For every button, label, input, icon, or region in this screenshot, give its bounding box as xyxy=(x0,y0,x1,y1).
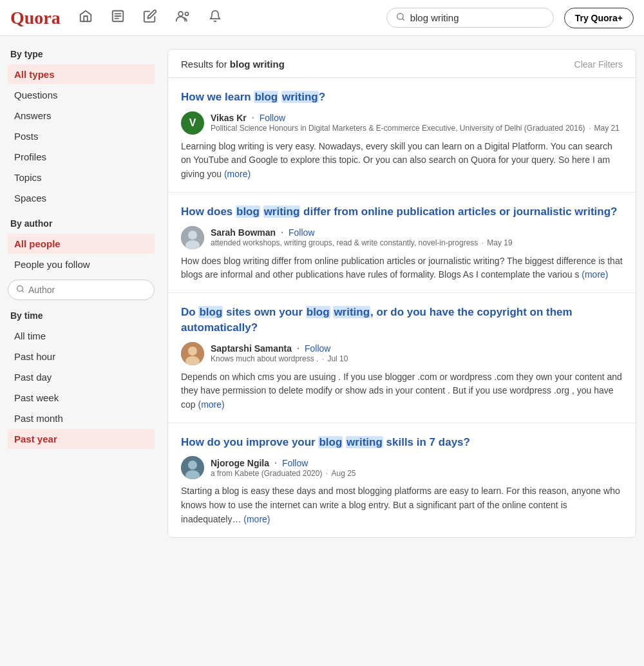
sidebar-item-questions[interactable]: Questions xyxy=(8,85,155,105)
highlight: writing xyxy=(346,436,383,448)
sidebar-item-past-week[interactable]: Past week xyxy=(8,388,155,408)
result-question[interactable]: How does blog writing differ from online… xyxy=(181,204,623,220)
author-info: Vikas Kr · Follow Political Science Hono… xyxy=(211,113,623,133)
author-search-input[interactable] xyxy=(28,285,146,295)
results-header: Results for blog writing Clear Filters xyxy=(168,50,636,78)
highlight: blog xyxy=(198,306,223,318)
avatar: V xyxy=(181,111,204,135)
result-snippet: Starting a blog is easy these days and m… xyxy=(181,484,623,526)
author-name-row: Saptarshi Samanta · Follow xyxy=(211,343,623,354)
highlight: blog xyxy=(236,205,260,218)
more-link[interactable]: (more) xyxy=(224,169,251,179)
result-snippet: Depends on which cms you are usuing . If… xyxy=(181,370,623,412)
home-icon[interactable] xyxy=(76,6,95,30)
author-name: Sarah Bowman xyxy=(211,227,276,238)
result-card: How do you improve your blog writing ski… xyxy=(168,423,636,537)
result-question[interactable]: How we learn blog writing? xyxy=(181,90,623,105)
result-snippet: How does blog writing differ from online… xyxy=(181,254,623,282)
author-row: Sarah Bowman · Follow attended workshops… xyxy=(181,226,623,249)
highlight: blog xyxy=(254,91,278,103)
more-link[interactable]: (more) xyxy=(243,514,270,524)
sidebar: By type All types Questions Answers Post… xyxy=(8,49,155,538)
sidebar-item-topics[interactable]: Topics xyxy=(8,167,155,187)
author-name: Saptarshi Samanta xyxy=(211,343,292,354)
svg-point-11 xyxy=(188,231,197,240)
try-quora-button[interactable]: Try Quora+ xyxy=(564,8,634,28)
author-name: Vikas Kr xyxy=(211,113,247,123)
search-bar[interactable] xyxy=(386,8,554,28)
svg-point-5 xyxy=(185,12,188,15)
search-input[interactable] xyxy=(410,12,544,23)
by-author-label: By author xyxy=(8,218,155,229)
logo[interactable]: Quora xyxy=(10,8,61,28)
svg-point-4 xyxy=(178,12,183,16)
follow-button[interactable]: Follow xyxy=(289,227,314,238)
avatar-placeholder xyxy=(181,226,204,249)
author-info: Saptarshi Samanta · Follow Knows much ab… xyxy=(211,343,623,363)
header: Quora xyxy=(0,0,644,36)
author-name-row: Vikas Kr · Follow xyxy=(211,113,623,123)
author-search-icon xyxy=(16,284,24,296)
sidebar-item-answers[interactable]: Answers xyxy=(8,106,155,126)
author-info: Njoroge Ngila · Follow a from Kabete (Gr… xyxy=(211,458,623,478)
author-row: Saptarshi Samanta · Follow Knows much ab… xyxy=(181,342,623,365)
author-info: Sarah Bowman · Follow attended workshops… xyxy=(211,227,623,247)
sidebar-item-spaces[interactable]: Spaces xyxy=(8,188,155,208)
author-search-bar[interactable] xyxy=(8,280,155,300)
list-icon[interactable] xyxy=(108,6,128,30)
svg-line-7 xyxy=(402,19,404,21)
author-name-row: Sarah Bowman · Follow xyxy=(211,227,623,238)
avatar-placeholder xyxy=(181,456,204,479)
sidebar-item-posts[interactable]: Posts xyxy=(8,126,155,146)
author-bio: attended workshops, writing groups, read… xyxy=(211,238,623,247)
bell-icon[interactable] xyxy=(206,6,224,30)
follow-button[interactable]: Follow xyxy=(282,458,308,468)
more-link[interactable]: (more) xyxy=(582,269,608,280)
nav-icons xyxy=(76,6,376,30)
follow-button[interactable]: Follow xyxy=(260,113,285,123)
author-bio: Political Science Honours in Digital Mar… xyxy=(211,124,623,133)
avatar xyxy=(181,226,204,249)
svg-point-17 xyxy=(188,461,197,470)
author-row: V Vikas Kr · Follow Political Science Ho… xyxy=(181,111,623,135)
highlight: writing xyxy=(263,205,301,218)
sidebar-item-past-month[interactable]: Past month xyxy=(8,408,155,428)
highlight: writing xyxy=(281,91,319,103)
result-card: How we learn blog writing? V Vikas Kr · … xyxy=(168,78,636,193)
follow-button[interactable]: Follow xyxy=(305,343,330,354)
highlight: writing xyxy=(333,306,370,318)
result-question[interactable]: How do you improve your blog writing ski… xyxy=(181,435,623,450)
author-bio: a from Kabete (Graduated 2020) · Aug 25 xyxy=(211,469,623,478)
avatar xyxy=(181,342,204,365)
author-name: Njoroge Ngila xyxy=(211,458,269,468)
results-for-text: Results for xyxy=(181,59,230,70)
result-question[interactable]: Do blog sites own your blog writing, or … xyxy=(181,305,623,336)
clear-filters-button[interactable]: Clear Filters xyxy=(574,59,623,70)
sidebar-item-all-people[interactable]: All people xyxy=(8,234,155,254)
results-panel: Results for blog writing Clear Filters H… xyxy=(167,49,636,538)
avatar xyxy=(181,456,204,479)
author-bio: Knows much about wordpress . · Jul 10 xyxy=(211,354,623,363)
sidebar-item-past-day[interactable]: Past day xyxy=(8,367,155,387)
result-card: How does blog writing differ from online… xyxy=(168,193,636,293)
sidebar-item-people-you-follow[interactable]: People you follow xyxy=(8,254,155,274)
sidebar-item-all-types[interactable]: All types xyxy=(8,64,155,84)
main-layout: By type All types Questions Answers Post… xyxy=(0,36,644,551)
highlight: blog xyxy=(318,436,343,448)
results-title: Results for blog writing xyxy=(181,59,285,70)
by-type-label: By type xyxy=(8,49,155,59)
people-icon[interactable] xyxy=(173,6,193,30)
sidebar-item-profiles[interactable]: Profiles xyxy=(8,147,155,167)
result-card: Do blog sites own your blog writing, or … xyxy=(168,293,636,423)
sidebar-item-past-hour[interactable]: Past hour xyxy=(8,347,155,366)
author-name-row: Njoroge Ngila · Follow xyxy=(211,458,623,468)
edit-icon[interactable] xyxy=(140,6,160,30)
more-link[interactable]: (more) xyxy=(198,399,224,410)
search-icon xyxy=(396,12,405,23)
avatar-placeholder xyxy=(181,342,204,365)
sidebar-item-all-time[interactable]: All time xyxy=(8,326,155,346)
by-time-label: By time xyxy=(8,310,155,321)
svg-line-9 xyxy=(22,290,23,292)
sidebar-item-past-year[interactable]: Past year xyxy=(8,429,155,449)
highlight: blog xyxy=(306,306,330,318)
